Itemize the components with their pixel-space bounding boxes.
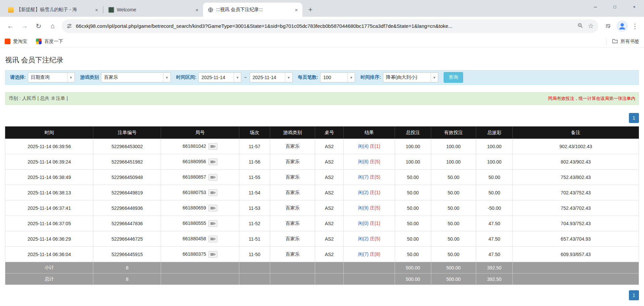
window-controls: ─ □ × <box>586 0 644 13</box>
baidu-icon <box>36 39 42 44</box>
result-player-link[interactable]: 闲(7) <box>358 251 368 257</box>
bookmarks-right: 所有书签 <box>606 38 639 45</box>
bookmark-baidu[interactable]: 百度一下 <box>36 39 63 45</box>
query-type-value: 日期查询 <box>28 73 67 82</box>
cell-total-bet[interactable]: 100.00 <box>395 154 431 170</box>
browser-menu-icon[interactable]: ⋮ <box>630 20 640 32</box>
result-player-link[interactable]: 闲(4) <box>358 143 368 149</box>
chevron-down-icon[interactable]: ▾ <box>431 73 438 82</box>
profile-avatar[interactable] <box>616 20 628 32</box>
tab-close-icon[interactable]: × <box>293 6 300 13</box>
result-banker-link[interactable]: 庄(5) <box>370 159 380 164</box>
chevron-down-icon[interactable]: ▾ <box>285 73 292 82</box>
game-type-select[interactable]: 百家乐 ▾ <box>101 72 171 82</box>
result-player-link[interactable]: 闲(2) <box>358 190 368 195</box>
video-replay-icon[interactable] <box>208 159 217 165</box>
url-text[interactable]: 66cxkj98.com/ipl/portal.php/game/betreco… <box>76 23 573 29</box>
tab-forum[interactable]: 【新提醒】杨雪儿的帖子 - 海 × <box>3 3 103 17</box>
cell-total-bet[interactable]: 50.00 <box>395 185 431 200</box>
cell-total-bet[interactable]: 50.00 <box>395 231 431 247</box>
cell-result: 闲(7) 庄(8) <box>344 247 395 262</box>
result-banker-link[interactable]: 庄(8) <box>370 251 380 257</box>
tab-close-icon[interactable]: × <box>194 6 200 13</box>
forward-icon[interactable]: → <box>18 20 31 32</box>
result-banker-link[interactable]: 庄(5) <box>370 205 380 210</box>
bet-records-table: 时间 注单编号 局号 场次 游戏类别 桌号 结果 总投注 有效投注 总派彩 备注… <box>5 126 639 285</box>
page-size-select[interactable]: 100 ▾ <box>320 72 355 82</box>
bookmark-star-icon[interactable]: ☆ <box>588 22 594 30</box>
search-button[interactable]: 查询 <box>444 72 463 83</box>
header-session: 场次 <box>239 127 270 139</box>
cell-payout: 50.00 <box>476 170 513 185</box>
video-replay-icon[interactable] <box>208 174 217 181</box>
page-1-button[interactable]: 1 <box>629 290 639 300</box>
close-button[interactable]: × <box>625 0 644 13</box>
video-replay-icon[interactable] <box>208 189 217 196</box>
bookmark-label: 爱淘宝 <box>13 39 27 45</box>
date-from-select[interactable]: 2025-11-14 ▾ <box>198 72 241 82</box>
bookmark-taobao[interactable]: 爱淘宝 <box>5 39 27 45</box>
result-player-link[interactable]: 闲(7) <box>358 174 368 180</box>
refresh-icon[interactable]: ↻ <box>33 20 45 32</box>
result-banker-link[interactable]: 庄(5) <box>370 174 380 180</box>
header-note: 备注 <box>513 127 639 139</box>
back-icon[interactable]: ← <box>4 20 16 32</box>
cell-time: 2025-11-14 06:39:24 <box>5 154 93 170</box>
new-tab-button[interactable]: + <box>305 4 316 15</box>
round-id-text: 661880956 <box>183 159 206 164</box>
date-to-select[interactable]: 2025-11-14 ▾ <box>250 72 293 82</box>
cell-round-id: 661880458 <box>161 231 239 247</box>
minimize-button[interactable]: ─ <box>586 0 605 13</box>
round-id-text: 661880458 <box>183 236 206 241</box>
cell-total-bet[interactable]: 50.00 <box>395 216 431 231</box>
total-row: 总计 8 500.00 500.00 392.50 <box>5 273 639 285</box>
result-player-link[interactable]: 闲(9) <box>358 205 368 210</box>
zoom-icon[interactable] <box>577 22 583 30</box>
address-bar[interactable]: 66cxkj98.com/ipl/portal.php/game/betreco… <box>62 19 598 33</box>
page-1-button[interactable]: 1 <box>629 113 639 123</box>
result-banker-link[interactable]: 庄(1) <box>370 190 380 195</box>
chevron-down-icon[interactable]: ▾ <box>163 73 170 82</box>
table-row: 2025-11-14 06:39:56 522966453002 6618810… <box>5 139 639 154</box>
cell-time: 2025-11-14 06:38:49 <box>5 170 93 185</box>
chevron-down-icon[interactable]: ▾ <box>234 73 241 82</box>
chevron-down-icon[interactable]: ▾ <box>67 73 75 82</box>
video-replay-icon[interactable] <box>208 251 217 258</box>
home-icon[interactable]: ⌂ <box>47 20 59 32</box>
cell-payout: 47.50 <box>476 247 513 262</box>
query-type-select[interactable]: 日期查询 ▾ <box>28 72 75 82</box>
header-result: 结果 <box>344 127 395 139</box>
tab-close-icon[interactable]: × <box>93 6 100 13</box>
cell-table-no: AS2 <box>315 139 344 154</box>
tab-title: 【新提醒】杨雪儿的帖子 - 海 <box>16 7 91 13</box>
sort-select[interactable]: 降幂(由大到小) ▾ <box>383 72 438 82</box>
cell-total-bet[interactable]: 50.00 <box>395 247 431 262</box>
site-settings-icon[interactable] <box>66 23 72 29</box>
all-bookmarks-button[interactable]: 所有书签 <box>612 39 639 45</box>
video-replay-icon[interactable] <box>208 236 217 242</box>
cell-note: 902.43/1002.43 <box>513 139 639 154</box>
cell-total-bet[interactable]: 100.00 <box>395 139 431 154</box>
video-replay-icon[interactable] <box>208 205 217 211</box>
result-banker-link[interactable]: 庄(1) <box>370 143 380 149</box>
result-player-link[interactable]: 闲(2) <box>358 236 368 241</box>
result-player-link[interactable]: 闲(8) <box>358 159 368 164</box>
pagination-bottom: 1 <box>5 290 639 300</box>
result-banker-link[interactable]: 庄(1) <box>370 221 380 226</box>
chevron-down-icon[interactable]: ▾ <box>347 73 355 82</box>
result-banker-link[interactable]: 庄(5) <box>370 236 380 241</box>
date-range-label: 时间区间: <box>176 74 197 80</box>
tab-bet-records[interactable]: :::视讯 会员下注纪录::: × <box>203 3 302 17</box>
video-replay-icon[interactable] <box>208 220 217 227</box>
media-controls-icon[interactable] <box>602 20 614 32</box>
cell-valid-bet: 50.00 <box>431 247 476 262</box>
info-bar: 币别 : 人民币 | 总共 :8 注单 | 同局有效投注，统一计算在该局第一张注… <box>5 92 639 105</box>
result-player-link[interactable]: 闲(0) <box>358 221 368 226</box>
tab-welcome[interactable]: Welcome × <box>104 3 203 17</box>
cell-result: 闲(2) 庄(5) <box>344 231 395 247</box>
video-replay-icon[interactable] <box>208 143 217 150</box>
maximize-button[interactable]: □ <box>605 0 625 13</box>
cell-total-bet[interactable]: 50.00 <box>395 170 431 185</box>
cell-total-bet[interactable]: 50.00 <box>395 200 431 216</box>
navigation-bar: ← → ↻ ⌂ 66cxkj98.com/ipl/portal.php/game… <box>0 17 644 35</box>
